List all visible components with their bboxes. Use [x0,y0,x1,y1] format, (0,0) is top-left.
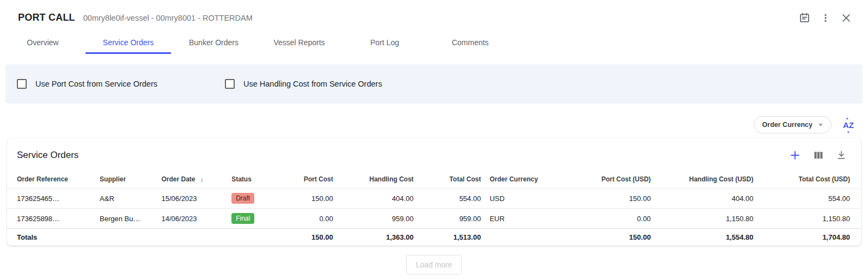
service-orders-card: Service Orders [7,138,861,246]
download-icon[interactable] [834,148,849,163]
page-title: PORT CALL [18,12,75,23]
column-header-label: Order Date [162,175,195,183]
port_cost_usd-cell: 150.00 [551,188,655,209]
card-title: Service Orders [17,150,78,161]
total_cost-cell: 959.00 [418,209,486,229]
order_reference-cell: 173625465… [7,188,95,209]
tab-bar: OverviewService OrdersBunker OrdersVesse… [0,33,868,54]
tab-overview[interactable]: Overview [0,33,85,54]
column-header-port_cost[interactable]: Port Cost [277,169,337,188]
pagination: Load more [0,255,868,275]
handling_cost-cell: 959.00 [338,209,418,229]
column-header-status[interactable]: Status [227,169,277,188]
order_reference-cell: 173625898… [7,209,95,229]
sort-desc-icon: ↓ [200,175,204,183]
totals-order_date-cell [157,229,228,246]
close-icon[interactable] [839,10,854,26]
card-header: Service Orders [7,138,861,169]
tab-bunker-orders[interactable]: Bunker Orders [171,33,256,54]
checkbox-icon[interactable] [17,79,27,89]
column-header-supplier[interactable]: Supplier [95,169,157,188]
totals-total_cost-cell: 1,513.00 [418,229,486,246]
table-row[interactable]: 173625465…A&R15/06/2023Draft150.00404.00… [7,188,861,209]
order_currency-cell: EUR [485,209,551,229]
columns-icon[interactable] [811,148,826,163]
totals-handling_cost_usd-cell: 1,554.80 [655,229,757,246]
total_cost-cell: 554.00 [418,188,486,209]
group-by-order-currency-dropdown[interactable]: Order Currency [754,116,832,133]
calendar-icon[interactable] [797,10,812,26]
column-header-handling_cost[interactable]: Handling Cost [338,169,418,188]
port_cost_usd-cell: 0.00 [551,209,655,229]
column-header-total_cost[interactable]: Total Cost [418,169,486,188]
total_cost_usd-cell: 1,150.80 [758,209,861,229]
totals-status-cell [227,229,277,246]
total_cost_usd-cell: 554.00 [758,188,861,209]
column-header-order_date[interactable]: Order Date↓ [157,169,228,188]
column-header-label: Order Currency [490,175,538,183]
tab-port-log[interactable]: Port Log [342,33,427,54]
checkbox-label: Use Handling Cost from Service Orders [243,80,382,88]
table-body: 173625465…A&R15/06/2023Draft150.00404.00… [7,188,861,246]
checkbox-icon[interactable] [225,79,235,89]
port_cost-cell: 150.00 [277,188,337,209]
column-header-total_cost_usd[interactable]: Total Cost (USD) [758,169,861,188]
column-header-port_cost_usd[interactable]: Port Cost (USD) [551,169,655,188]
load-more-button[interactable]: Load more [406,255,462,275]
handling_cost_usd-cell: 404.00 [655,188,757,209]
service-orders-table: Order ReferenceSupplierOrder Date↓Status… [7,169,861,246]
totals-port_cost_usd-cell: 150.00 [551,229,655,246]
table-row[interactable]: 173625898…Bergen Bu…14/06/2023Final0.009… [7,209,861,229]
column-header-label: Total Cost (USD) [799,175,850,183]
column-header-label: Handling Cost [369,175,413,183]
column-header-order_currency[interactable]: Order Currency [485,169,551,188]
handling_cost-cell: 404.00 [338,188,418,209]
filter-panel: Use Port Cost from Service OrdersUse Han… [5,64,863,104]
group-by-label: Order Currency [762,121,812,129]
tab-comments[interactable]: Comments [427,33,513,54]
kebab-menu-icon[interactable] [818,10,833,26]
status-cell: Final [227,209,277,229]
tab-service-orders[interactable]: Service Orders [85,33,171,54]
order_currency-cell: USD [485,188,551,209]
totals-row: Totals150.001,363.001,513.00150.001,554.… [7,229,861,246]
supplier-cell: Bergen Bu… [95,209,157,229]
column-header-label: Supplier [100,175,126,183]
port_cost-cell: 0.00 [277,209,337,229]
table-header-row: Order ReferenceSupplierOrder Date↓Status… [7,169,861,188]
column-header-label: Total Cost [449,175,481,183]
window-header: PORT CALL 00mry8le0if-vessel - 00mry8001… [0,0,868,26]
checkbox-use-handling-cost-from-service-orders[interactable]: Use Handling Cost from Service Orders [225,79,382,89]
column-header-label: Status [231,175,252,183]
chevron-down-icon [818,124,823,126]
totals-supplier-cell [95,229,157,246]
column-header-label: Port Cost (USD) [601,175,651,183]
column-header-order_reference[interactable]: Order Reference [7,169,95,188]
toolbar: Order Currency AZ [7,116,861,133]
column-header-handling_cost_usd[interactable]: Handling Cost (USD) [655,169,757,188]
column-header-label: Port Cost [304,175,333,183]
status-badge: Final [231,213,254,224]
totals-port_cost-cell: 150.00 [277,229,337,246]
port-call-subtitle: 00mry8le0if-vessel - 00mry8001 - ROTTERD… [83,14,253,22]
checkbox-label: Use Port Cost from Service Orders [35,80,157,88]
order_date-cell: 15/06/2023 [157,188,228,209]
totals-handling_cost-cell: 1,363.00 [338,229,418,246]
supplier-cell: A&R [95,188,157,209]
status-cell: Draft [227,188,277,209]
status-badge: Draft [231,193,254,204]
column-header-label: Handling Cost (USD) [689,175,754,183]
handling_cost_usd-cell: 1,150.80 [655,209,757,229]
card-actions [787,147,849,163]
column-header-label: Order Reference [17,175,68,183]
order_date-cell: 14/06/2023 [157,209,228,229]
sort-alphabetical-icon[interactable]: AZ [842,120,854,130]
checkbox-use-port-cost-from-service-orders[interactable]: Use Port Cost from Service Orders [17,79,225,89]
totals-order_reference-cell: Totals [7,229,95,246]
totals-order_currency-cell [485,229,551,246]
tab-vessel-reports[interactable]: Vessel Reports [256,33,342,54]
add-service-order-icon[interactable] [787,147,803,163]
header-actions [797,10,854,26]
totals-total_cost_usd-cell: 1,704.80 [758,229,861,246]
